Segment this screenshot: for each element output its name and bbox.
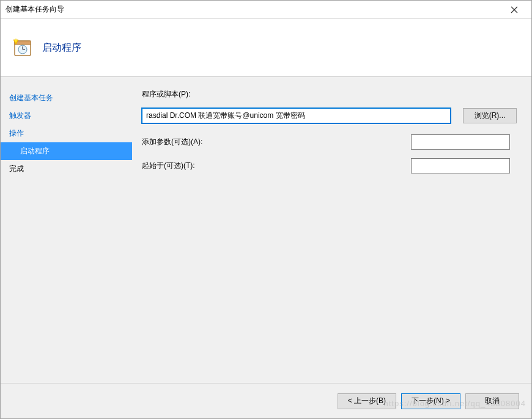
- start-in-input[interactable]: [411, 158, 510, 173]
- sidebar-item-action[interactable]: 操作: [1, 125, 132, 142]
- sidebar-item-finish[interactable]: 完成: [1, 160, 132, 178]
- wizard-footer: < 上一步(B) 下一步(N) > 取消: [1, 383, 531, 418]
- close-icon: [511, 6, 518, 13]
- calendar-clock-icon: [13, 38, 32, 57]
- wizard-body: 创建基本任务 触发器 操作 启动程序 完成 程序或脚本(P): 浏览(R)...…: [1, 77, 531, 383]
- wizard-header-icon: [13, 38, 32, 57]
- sidebar-item-start-program[interactable]: 启动程序: [1, 142, 132, 160]
- browse-button[interactable]: 浏览(R)...: [463, 108, 517, 123]
- start-in-label: 起始于(可选)(T):: [142, 161, 411, 171]
- back-button[interactable]: < 上一步(B): [338, 393, 396, 409]
- program-script-input[interactable]: [142, 108, 451, 123]
- wizard-main-panel: 程序或脚本(P): 浏览(R)... 添加参数(可选)(A): 起始于(可选)(…: [132, 77, 531, 383]
- wizard-sidebar: 创建基本任务 触发器 操作 启动程序 完成: [1, 77, 132, 383]
- wizard-header: 启动程序: [1, 19, 531, 77]
- close-button[interactable]: [502, 1, 526, 18]
- window-title: 创建基本任务向导: [6, 4, 502, 15]
- sidebar-item-trigger[interactable]: 触发器: [1, 107, 132, 125]
- cancel-button[interactable]: 取消: [465, 393, 519, 409]
- sidebar-item-create-task[interactable]: 创建基本任务: [1, 89, 132, 107]
- titlebar: 创建基本任务向导: [1, 1, 531, 19]
- next-button[interactable]: 下一步(N) >: [401, 393, 460, 409]
- add-arguments-label: 添加参数(可选)(A):: [142, 137, 411, 147]
- wizard-header-title: 启动程序: [42, 42, 81, 54]
- dialog-window: 创建基本任务向导 启动程序 创建基本任务 触发器 操作 启动程序 完成: [0, 0, 532, 419]
- program-script-label: 程序或脚本(P):: [142, 89, 190, 100]
- add-arguments-input[interactable]: [411, 134, 510, 150]
